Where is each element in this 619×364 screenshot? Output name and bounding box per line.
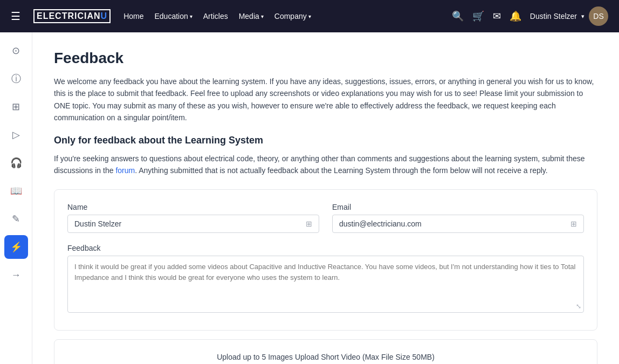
page-title: Feedback [54, 50, 597, 67]
nav-links: Home Education▾ Articles Media▾ Company▾ [123, 12, 439, 20]
name-input[interactable] [74, 219, 306, 228]
grid-icon: ⊞ [12, 101, 20, 113]
form-group-email: Email ⊞ [332, 203, 584, 233]
avatar-initial: DS [593, 12, 603, 20]
sidebar-item-dashboard[interactable]: ⊙ [4, 39, 28, 63]
info-icon: ⓘ [11, 72, 21, 85]
nav-education[interactable]: Education▾ [154, 12, 192, 20]
form-group-feedback: Feedback ⤡ [67, 244, 584, 313]
hamburger-menu[interactable]: ☰ [11, 10, 20, 23]
nav-articles[interactable]: Articles [203, 12, 228, 20]
user-menu[interactable]: Dustin Stelzer ▾ DS [530, 6, 608, 26]
email-input[interactable] [339, 219, 570, 228]
arrow-right-icon: → [11, 270, 21, 281]
chevron-down-icon: ▾ [581, 13, 584, 20]
dashboard-icon: ⊙ [12, 45, 20, 57]
name-input-icon: ⊞ [306, 219, 312, 228]
avatar: DS [589, 6, 608, 26]
email-input-icon: ⊞ [570, 219, 577, 228]
pencil-icon: ✎ [12, 213, 20, 225]
intro-text: We welcome any feedback you have about t… [54, 75, 597, 124]
nav-icons: 🔍 🛒 ✉ 🔔 Dustin Stelzer ▾ DS [452, 6, 608, 26]
logo-text: ELECTRICIANU [33, 9, 111, 23]
nav-home[interactable]: Home [123, 12, 143, 20]
form-row-name-email: Name ⊞ Email ⊞ [67, 203, 584, 233]
bell-icon[interactable]: 🔔 [510, 10, 521, 22]
headphones-icon: 🎧 [10, 157, 22, 169]
feedback-textarea[interactable] [74, 262, 577, 305]
forum-link[interactable]: forum [115, 166, 135, 175]
main-layout: ⊙ ⓘ ⊞ ▷ 🎧 📖 ✎ ⚡ → Feedback We welcome an… [0, 32, 619, 364]
sidebar-item-info[interactable]: ⓘ [4, 67, 28, 91]
sidebar-item-book[interactable]: 📖 [4, 179, 28, 203]
main-content: Feedback We welcome any feedback you hav… [32, 32, 619, 364]
email-input-wrapper[interactable]: ⊞ [332, 215, 584, 233]
sidebar-item-headphones[interactable]: 🎧 [4, 151, 28, 175]
cart-icon[interactable]: 🛒 [472, 10, 484, 22]
section-text: If you're seeking answers to questions a… [54, 153, 597, 177]
feedback-label: Feedback [67, 244, 584, 252]
section-title: Only for feedback about the Learning Sys… [54, 135, 597, 146]
mail-icon[interactable]: ✉ [493, 10, 501, 22]
feedback-textarea-wrapper[interactable]: ⤡ [67, 256, 584, 313]
resize-handle-icon: ⤡ [576, 303, 581, 310]
sidebar-item-lightning[interactable]: ⚡ [4, 235, 28, 259]
form-group-name: Name ⊞ [67, 203, 319, 233]
logo-electrician: ELECTRICIAN [37, 11, 101, 20]
name-input-wrapper[interactable]: ⊞ [67, 215, 319, 233]
sidebar-item-grid[interactable]: ⊞ [4, 95, 28, 119]
company-chevron: ▾ [308, 13, 311, 19]
upload-card: Upload up to 5 Images Upload Short Video… [54, 339, 597, 364]
play-icon: ▷ [12, 129, 20, 141]
nav-company[interactable]: Company▾ [274, 12, 311, 20]
search-icon[interactable]: 🔍 [452, 10, 464, 22]
sidebar-item-arrow[interactable]: → [4, 263, 28, 287]
top-navigation: ☰ ELECTRICIANU Home Education▾ Articles … [0, 0, 619, 32]
upload-title: Upload up to 5 Images Upload Short Video… [67, 353, 584, 361]
media-chevron: ▾ [261, 13, 264, 19]
lightning-icon: ⚡ [10, 241, 22, 253]
logo: ELECTRICIANU [33, 9, 111, 23]
feedback-form-card: Name ⊞ Email ⊞ Feedback [54, 189, 597, 331]
user-name: Dustin Stelzer [530, 12, 577, 20]
section-text-after: . Anything submitted that is not actuall… [135, 166, 548, 175]
sidebar-item-play[interactable]: ▷ [4, 123, 28, 147]
education-chevron: ▾ [190, 13, 192, 19]
nav-media[interactable]: Media▾ [239, 12, 264, 20]
sidebar: ⊙ ⓘ ⊞ ▷ 🎧 📖 ✎ ⚡ → [0, 32, 32, 364]
email-label: Email [332, 203, 584, 211]
logo-u: U [101, 11, 108, 20]
book-icon: 📖 [10, 185, 22, 197]
name-label: Name [67, 203, 319, 211]
sidebar-item-pencil[interactable]: ✎ [4, 207, 28, 231]
